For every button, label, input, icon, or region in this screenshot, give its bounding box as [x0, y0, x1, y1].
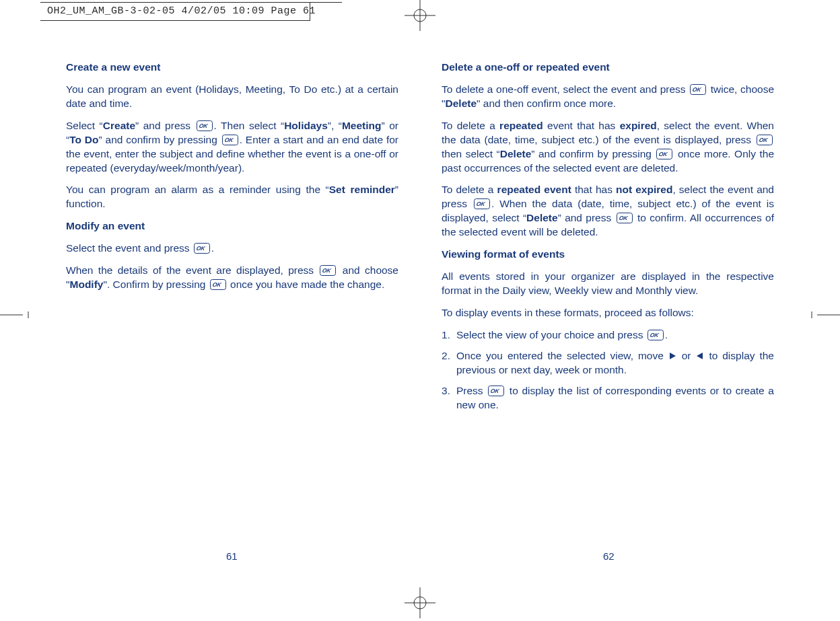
ok-key-icon: [210, 279, 226, 290]
create-instructions: Select “Create” and press . Then select …: [66, 119, 398, 176]
registration-mark-bottom: [405, 587, 435, 621]
modify-step1: Select the event and press .: [66, 242, 398, 256]
page-number-right: 62: [603, 550, 615, 562]
ok-key-icon: [757, 135, 773, 145]
viewing-lead: To display events in these formats, proc…: [442, 306, 774, 320]
heading-delete: Delete a one-off or repeated event: [442, 61, 774, 75]
viewing-steps: Select the view of your choice and press…: [442, 328, 774, 412]
arrow-right-icon: [670, 353, 676, 359]
ok-key-icon: [690, 84, 706, 95]
ok-key-icon: [194, 243, 210, 254]
heading-modify: Modify an event: [66, 219, 398, 233]
delete-repeated-notexpired: To delete a repeated event that has not …: [442, 183, 774, 240]
ok-key-icon: [617, 213, 633, 223]
create-reminder: You can program an alarm as a reminder u…: [66, 183, 398, 211]
create-intro: You can program an event (Holidays, Meet…: [66, 83, 398, 111]
delete-repeated-expired: To delete a repeated event that has expi…: [442, 119, 774, 176]
right-column: Delete a one-off or repeated event To de…: [442, 61, 774, 418]
ok-key-icon: [656, 149, 672, 159]
modify-step2: When the details of the event are displa…: [66, 264, 398, 292]
delete-oneoff: To delete a one-off event, select the ev…: [442, 83, 774, 111]
step-2: Once you entered the selected view, move…: [442, 349, 774, 377]
ok-key-icon: [474, 198, 490, 209]
heading-viewing: Viewing format of events: [442, 248, 774, 262]
step-3: Press to display the list of correspondi…: [442, 384, 774, 412]
page-number-left: 61: [226, 550, 238, 562]
print-slug: OH2_UM_AM_GB-3-02-05 4/02/05 10:09 Page …: [47, 5, 316, 17]
registration-mark-top: [405, 0, 435, 34]
heading-create: Create a new event: [66, 61, 398, 75]
arrow-left-icon: [697, 353, 703, 359]
ok-key-icon: [222, 135, 238, 145]
ok-key-icon: [648, 330, 664, 340]
left-column: Create a new event You can program an ev…: [66, 61, 398, 418]
viewing-intro: All events stored in your organizer are …: [442, 270, 774, 298]
ok-key-icon: [197, 120, 213, 131]
step-1: Select the view of your choice and press…: [442, 328, 774, 342]
ok-key-icon: [488, 386, 504, 396]
ok-key-icon: [320, 265, 336, 276]
page-body: Create a new event You can program an ev…: [0, 61, 840, 418]
